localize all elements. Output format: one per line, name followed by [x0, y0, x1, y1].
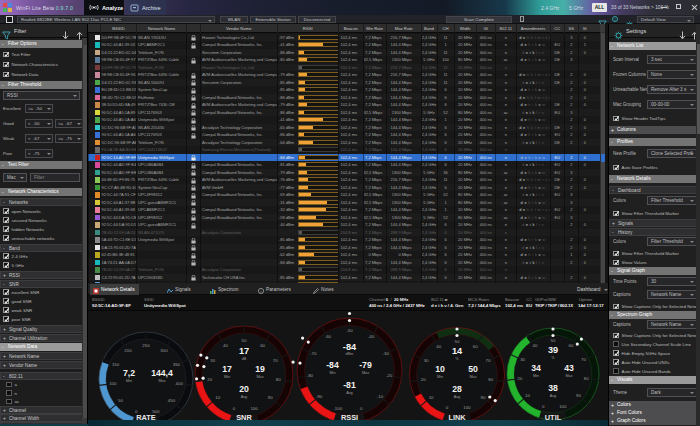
svg-text:30: 30	[210, 358, 215, 363]
svg-text:dBm: dBm	[346, 352, 354, 356]
svg-text:20: 20	[207, 377, 212, 382]
svg-text:Max: Max	[362, 371, 369, 375]
svg-text:20: 20	[517, 376, 522, 381]
svg-text:50: 50	[118, 398, 123, 403]
svg-text:144,4: 144,4	[151, 368, 173, 378]
svg-text:300: 300	[160, 348, 168, 353]
svg-text:90: 90	[480, 395, 485, 400]
svg-text:60: 60	[569, 343, 574, 348]
svg-text:dB: dB	[242, 357, 247, 361]
svg-text:30: 30	[520, 357, 525, 362]
svg-text:50: 50	[468, 364, 478, 374]
svg-text:90: 90	[576, 393, 581, 398]
svg-text:250: 250	[142, 343, 150, 348]
svg-text:Avg: Avg	[346, 391, 352, 395]
svg-text:34: 34	[531, 363, 541, 373]
svg-text:10: 10	[525, 393, 530, 398]
svg-text:-84: -84	[326, 360, 339, 370]
svg-text:Avg: Avg	[241, 395, 247, 399]
svg-text:-90: -90	[316, 394, 323, 399]
svg-text:19: 19	[255, 364, 265, 374]
svg-text:Avg: Avg	[550, 394, 556, 398]
svg-text:100: 100	[559, 404, 567, 409]
svg-text:38: 38	[548, 383, 558, 393]
svg-text:Max: Max	[469, 375, 476, 379]
svg-text:-81: -81	[343, 380, 356, 390]
svg-text:20: 20	[421, 377, 426, 382]
svg-text:10: 10	[215, 395, 220, 400]
svg-text:100: 100	[463, 405, 471, 410]
svg-text:400: 400	[176, 381, 184, 386]
svg-text:28: 28	[452, 384, 462, 394]
svg-text:Min: Min	[329, 371, 335, 375]
svg-text:Min: Min	[126, 379, 132, 383]
svg-text:-84: -84	[343, 342, 357, 352]
svg-text:Min: Min	[533, 374, 539, 378]
svg-text:100: 100	[250, 406, 258, 411]
svg-text:350: 350	[173, 362, 181, 367]
svg-text:60: 60	[260, 343, 265, 348]
svg-text:-50: -50	[346, 328, 353, 333]
svg-text:Min: Min	[437, 375, 443, 379]
svg-text:-30: -30	[383, 351, 390, 356]
svg-text:-80: -80	[307, 373, 314, 378]
svg-text:50: 50	[455, 339, 460, 344]
svg-text:50: 50	[242, 338, 247, 343]
svg-text:-20: -20	[386, 373, 393, 378]
svg-text:Min: Min	[224, 375, 230, 379]
svg-text:40: 40	[223, 343, 228, 348]
svg-text:80: 80	[488, 377, 493, 382]
svg-text:14: 14	[452, 346, 463, 356]
svg-text:Max: Max	[565, 374, 572, 378]
svg-text:-70: -70	[310, 351, 317, 356]
svg-text:-79: -79	[359, 360, 372, 370]
svg-text:40: 40	[436, 344, 441, 349]
svg-text:80: 80	[584, 376, 589, 381]
svg-text:70: 70	[581, 357, 586, 362]
svg-text:-40: -40	[368, 334, 375, 339]
svg-text:60: 60	[473, 344, 478, 349]
svg-text:Avg: Avg	[454, 395, 460, 399]
svg-text:-10: -10	[377, 394, 384, 399]
svg-text:Max: Max	[158, 379, 165, 383]
svg-text:10: 10	[435, 364, 445, 374]
svg-text:100: 100	[109, 381, 117, 386]
svg-text:70: 70	[273, 358, 278, 363]
svg-text:80: 80	[276, 377, 281, 382]
svg-text:30: 30	[424, 358, 429, 363]
svg-text:43: 43	[564, 363, 574, 373]
svg-text:90: 90	[268, 395, 273, 400]
svg-text:-100: -100	[333, 406, 342, 411]
svg-text:40: 40	[533, 343, 538, 348]
svg-text:17: 17	[239, 346, 249, 356]
svg-text:50: 50	[551, 338, 556, 343]
svg-text:39: 39	[548, 345, 558, 355]
svg-text:450: 450	[168, 398, 176, 403]
svg-text:20: 20	[239, 384, 249, 394]
svg-text:70: 70	[485, 358, 490, 363]
svg-text:i: i	[261, 289, 262, 294]
svg-text:150: 150	[112, 362, 120, 367]
svg-text:200: 200	[124, 348, 132, 353]
svg-text:Max: Max	[256, 375, 263, 379]
svg-text:17: 17	[222, 364, 232, 374]
svg-text:-60: -60	[325, 334, 332, 339]
svg-text:7,2: 7,2	[123, 368, 135, 378]
svg-text:10: 10	[429, 395, 434, 400]
